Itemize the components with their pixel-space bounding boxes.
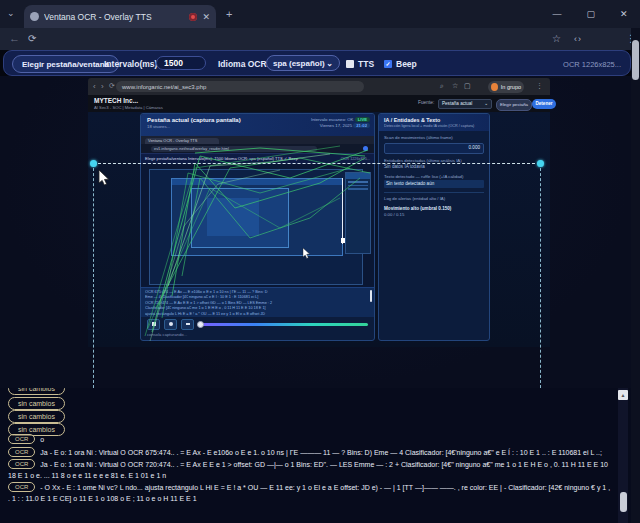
captured-search-icon: ⌕ [440, 82, 444, 90]
log-scroll-up-icon[interactable]: ▲ [618, 390, 628, 400]
maximize-icon[interactable]: ▢ [586, 9, 595, 19]
captured-download-icon: ▢ [464, 82, 471, 90]
lang-select[interactable]: spa (español) ⌄ [266, 55, 340, 71]
recording-indicator-icon [189, 13, 197, 21]
nested-address-bar: ev1.inforganic.net/read/overlay_reader.h… [141, 144, 374, 153]
ia-panel-title: IA / Entidades & Texto [384, 117, 484, 123]
captured-star-icon: ☆ [452, 82, 458, 90]
captured-browser-chrome: ‹ › ⟳ www.inforganic.net/ai_sec3.php ⌕ ☆… [88, 78, 550, 95]
captured-site-header: MYTECH Inc... AI Sec3 - SOC | Metadata |… [88, 95, 550, 112]
ocr-badge: OCR [8, 447, 35, 457]
selection-handle-left[interactable] [90, 160, 97, 167]
captured-menu-icon: ⋮ [536, 82, 543, 90]
nested-side-panel [345, 172, 371, 254]
ia-field: 0.000 [384, 143, 484, 154]
time-badge: 21:02 [353, 123, 370, 128]
selection-handle-right[interactable] [537, 160, 544, 167]
bookmark-star-icon[interactable]: ☆ [552, 33, 561, 44]
ocr-badge: OCR [8, 434, 35, 444]
captured-profile-label: In grupo [501, 84, 521, 90]
lang-label: Idioma OCR: [218, 59, 269, 69]
captured-primary-button: Detener [532, 99, 556, 109]
back-icon[interactable]: ← [9, 32, 20, 44]
nested-scrollbar [342, 178, 343, 244]
ia-row-label: Scan de movimientos (último frame) [384, 135, 484, 141]
ocr-badge: OCR [8, 482, 35, 492]
browser-tab[interactable]: Ventana OCR - Overlay TTS ✕ [24, 5, 216, 28]
page-scrollbar-track[interactable] [631, 28, 640, 523]
fake-text-bar [348, 188, 368, 190]
interval-input[interactable] [156, 56, 206, 70]
ia-row-value: 0.000 [469, 145, 481, 152]
ocr-log-entry: OCRJa - E o: 1 ora Ni : Virtual O OCR 72… [8, 459, 612, 481]
captured-forward-icon: › [101, 82, 104, 91]
preview-caption: consola capturando... [141, 331, 374, 338]
lang-select-value: spa (español) [273, 59, 325, 68]
log-scrollbar-thumb[interactable] [620, 492, 627, 512]
save-button[interactable] [181, 319, 194, 330]
ocr-toolbar: Elegir pestaña/ventana Intervalo(ms): Id… [3, 50, 631, 76]
pause-button[interactable] [147, 319, 160, 330]
nested-screenshot-area [141, 164, 374, 287]
browser-address-bar: ← ⟳ ⚙ ev1.inforganic.net/read/overlay_re… [0, 28, 640, 50]
nested-avatar-icon [363, 146, 368, 151]
preview-panel-header: Pestaña actual (captura pantalla) 18 vis… [141, 114, 374, 136]
ocr-badge: OCR [8, 459, 35, 469]
ocr-log-section: sin cambios sin cambios sin cambios sin … [0, 388, 631, 523]
status-badge: sin cambios [8, 410, 65, 423]
divider [384, 192, 484, 193]
ia-row-value: 0.00 / 0.15 [384, 212, 484, 218]
window-close-icon[interactable]: ✕ [620, 9, 628, 19]
tab-search-icon[interactable]: ⌄ [7, 8, 15, 18]
page-scrollbar-thumb[interactable] [632, 40, 639, 80]
nested-log-scrollbar [370, 290, 372, 302]
ocr-log-entry: OCRJa - E o: 1 ora Ni : Virtual O OCR 67… [8, 447, 612, 459]
ia-panel-subtitle: Detección ligera local + modo IA visión … [384, 124, 484, 128]
slider-knob[interactable] [197, 321, 204, 328]
chevron-down-icon: ⌄ [326, 59, 333, 68]
capture-stage: ‹ › ⟳ www.inforganic.net/ai_sec3.php ⌕ ☆… [0, 76, 631, 388]
ocr-log-entry: OCR- O Xx - E : 1 ome Ni vc? L ndo... aj… [8, 482, 612, 504]
selection-top-edge[interactable] [93, 163, 540, 164]
status-badge: sin cambios [8, 388, 65, 395]
tab-title: Ventana OCR - Overlay TTS [44, 12, 184, 22]
nested-side-panel-header [346, 173, 370, 179]
nested-window-core [207, 198, 259, 236]
preview-panel: Pestaña actual (captura pantalla) 18 vis… [140, 113, 375, 341]
captured-site-title: MYTECH Inc... [94, 97, 138, 104]
new-tab-icon[interactable]: + [226, 8, 232, 20]
ocr-status-text: OCR 1226x825... [563, 60, 621, 69]
captured-reload-icon: ⟳ [109, 82, 115, 90]
preview-controls [141, 317, 374, 331]
preview-status-2: Viernes 17, 2025 [320, 123, 352, 128]
extension-icon[interactable]: ‹› [574, 34, 582, 44]
browser-tab-strip: ⌄ Ventana OCR - Overlay TTS ✕ + — ▢ ✕ [0, 0, 640, 28]
ocr-log-text: Ja - E o: 1 ora Ni : Virtual O OCR 720:4… [8, 461, 608, 479]
captured-avatar-icon [491, 83, 498, 91]
captured-url-field: www.inforganic.net/ai_sec3.php [116, 81, 364, 92]
beep-checkbox[interactable]: ✓ [384, 60, 392, 68]
captured-source-value: Pestaña actual [442, 101, 472, 106]
beep-label: Beep [396, 59, 417, 69]
preview-panel-status: Intervalo escaneo: OK LIVE Viernes 17, 2… [311, 117, 370, 128]
captured-source-chevron-icon: ⌄ [484, 101, 488, 106]
stop-button[interactable] [164, 319, 177, 330]
captured-secondary-button: Elegir pestaña [496, 99, 532, 111]
tab-close-icon[interactable]: ✕ [202, 12, 210, 22]
tts-label: TTS [358, 59, 374, 69]
ia-panel-body: Scan de movimientos (último frame) 0.000… [379, 131, 489, 222]
tts-checkbox[interactable] [346, 60, 354, 68]
nested-log-band: OCR 675:474 — E Ax — E e106o o E e 1 o 1… [141, 287, 374, 317]
nested-window-mid-titlebar [172, 179, 342, 185]
selection-left-edge[interactable] [93, 163, 94, 388]
minimize-icon[interactable]: — [552, 9, 561, 19]
timeline-slider[interactable] [198, 323, 368, 326]
page-favicon-icon [30, 12, 39, 21]
ocr-log-entry: OCRo [8, 434, 612, 446]
nested-toolbar-text: Elegir pestaña/ventana Intervalo(ms): 15… [145, 156, 298, 161]
ocr-log-text: - O Xx - E : 1 ome Ni vc? L ndo... ajust… [8, 484, 610, 502]
captured-back-icon: ‹ [93, 82, 96, 91]
selection-right-edge[interactable] [540, 163, 541, 388]
status-badge: sin cambios [8, 397, 65, 410]
reload-icon[interactable]: ⟳ [28, 33, 36, 44]
